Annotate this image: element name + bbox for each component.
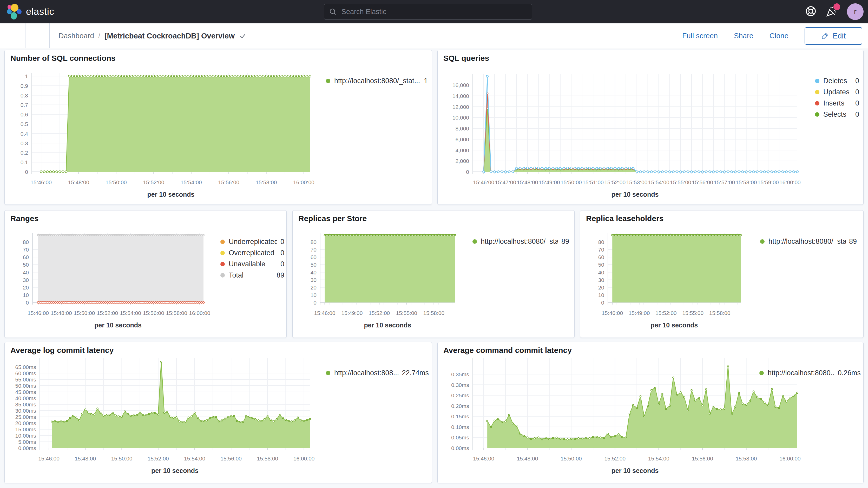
legend-item[interactable]: http://localhost:8080...0.26ms <box>760 367 861 378</box>
svg-text:16:00:00: 16:00:00 <box>293 179 314 185</box>
title-menu-icon[interactable] <box>239 32 247 40</box>
svg-text:per 10 seconds: per 10 seconds <box>364 322 411 329</box>
svg-text:15:58:00: 15:58:00 <box>166 310 187 316</box>
svg-text:15:46:00: 15:46:00 <box>473 456 494 461</box>
svg-text:14,000: 14,000 <box>453 93 469 99</box>
svg-text:15:46:00: 15:46:00 <box>314 310 336 316</box>
legend-dot <box>815 90 819 94</box>
legend-value: 22.74ms <box>402 369 429 377</box>
panel-replicas-per-store: Replicas per Store 0102030405060708015:4… <box>292 210 575 338</box>
legend: Underreplicated0Overreplicated0Unavailab… <box>220 236 284 281</box>
svg-text:15:50:00: 15:50:00 <box>561 179 582 185</box>
svg-text:40: 40 <box>23 270 29 275</box>
legend-item[interactable]: Updates0 <box>815 87 859 98</box>
legend-item[interactable]: Unavailable0 <box>220 258 284 270</box>
replicas-per-store-chart[interactable]: 0102030405060708015:46:0015:49:0015:52:0… <box>292 211 575 338</box>
legend-label: Underreplicated <box>229 238 277 246</box>
svg-text:10: 10 <box>598 292 604 298</box>
avg-command-commit-latency-chart[interactable]: 0.00ms0.05ms0.10ms0.15ms0.20ms0.25ms0.30… <box>438 342 864 484</box>
legend-value: 89 <box>277 271 284 279</box>
pencil-icon <box>821 32 829 40</box>
svg-text:0: 0 <box>26 300 29 306</box>
svg-text:0.7: 0.7 <box>21 102 28 108</box>
legend-item[interactable]: Deletes0 <box>815 75 859 87</box>
svg-text:15:56:00: 15:56:00 <box>218 179 239 185</box>
svg-text:15:49:00: 15:49:00 <box>539 179 560 185</box>
svg-text:per 10 seconds: per 10 seconds <box>151 467 198 474</box>
legend-label: Overreplicated <box>229 249 277 257</box>
legend-value: 0 <box>855 88 859 96</box>
legend-item[interactable]: http://localhost:8080/_sta...89 <box>760 236 857 247</box>
svg-text:0.35ms: 0.35ms <box>451 371 469 377</box>
edit-button[interactable]: Edit <box>805 27 862 45</box>
page-title: [Metricbeat CockroachDB] Overview <box>104 32 235 40</box>
avg-log-commit-latency-chart[interactable]: 0.00ms5.00ms10.00ms15.00ms20.00ms25.00ms… <box>5 342 432 484</box>
svg-text:0: 0 <box>25 169 28 175</box>
avatar[interactable]: r <box>847 3 864 20</box>
panel-sql-queries: SQL queries 02,0004,0006,0008,00010,0001… <box>437 50 864 205</box>
legend: http://localhost:8080/_stat...1 <box>326 75 428 87</box>
legend-dot <box>326 371 330 375</box>
help-icon[interactable] <box>805 5 817 18</box>
global-search[interactable] <box>324 4 532 20</box>
legend-value: 0 <box>855 77 859 85</box>
elastic-logo[interactable]: elastic <box>7 3 54 20</box>
svg-text:10: 10 <box>311 292 316 298</box>
legend-label: Selects <box>823 111 852 119</box>
legend-dot <box>326 79 330 83</box>
svg-text:per 10 seconds: per 10 seconds <box>650 322 698 329</box>
svg-text:0.30ms: 0.30ms <box>451 382 469 388</box>
legend-item[interactable]: Inserts0 <box>815 98 859 109</box>
svg-text:0.1: 0.1 <box>21 159 28 165</box>
legend-value: 0 <box>280 249 284 257</box>
svg-text:5.00ms: 5.00ms <box>18 439 36 445</box>
legend-item[interactable]: http://localhost:8080/_stat...1 <box>326 75 428 87</box>
legend-item[interactable]: Overreplicated0 <box>220 247 284 258</box>
edit-button-label: Edit <box>833 32 846 40</box>
svg-text:0.4: 0.4 <box>21 131 28 137</box>
svg-text:40.00ms: 40.00ms <box>15 395 36 401</box>
legend-item[interactable]: http://localhost:808...22.74ms <box>326 367 429 378</box>
svg-text:15:59:00: 15:59:00 <box>757 179 779 185</box>
svg-text:15:48:00: 15:48:00 <box>74 456 96 461</box>
svg-text:6,000: 6,000 <box>455 136 469 143</box>
svg-text:15:58:00: 15:58:00 <box>709 310 731 316</box>
panel-number-of-sql-connections: Number of SQL connections 00.10.20.30.40… <box>4 50 432 205</box>
svg-text:20: 20 <box>598 284 604 291</box>
legend-item[interactable]: Underreplicated0 <box>220 236 284 247</box>
panel-ranges: Ranges 0102030405060708015:46:0015:48:00… <box>4 210 287 338</box>
svg-text:0: 0 <box>313 300 316 306</box>
legend: http://localhost:8080/_sta...89 <box>760 236 857 247</box>
legend-label: http://localhost:8080/_sta... <box>769 238 846 246</box>
svg-text:50: 50 <box>598 262 604 268</box>
legend-item[interactable]: Total89 <box>220 270 284 281</box>
legend-label: Updates <box>823 88 852 96</box>
svg-text:16:00:00: 16:00:00 <box>293 456 315 461</box>
svg-text:15:53:00: 15:53:00 <box>626 179 648 185</box>
search-input[interactable] <box>341 7 524 16</box>
sql-connections-chart[interactable]: 00.10.20.30.40.50.60.70.80.9115:46:0015:… <box>5 50 432 205</box>
svg-text:15:58:00: 15:58:00 <box>736 456 757 461</box>
clone-button[interactable]: Clone <box>770 32 788 40</box>
legend-dot <box>815 101 819 105</box>
legend-dot <box>760 239 765 244</box>
svg-text:15:54:00: 15:54:00 <box>181 179 202 185</box>
legend-label: http://localhost:8080/_sta... <box>481 238 558 246</box>
svg-text:12,000: 12,000 <box>453 104 469 110</box>
svg-text:20: 20 <box>23 284 29 291</box>
svg-text:60: 60 <box>311 254 316 260</box>
svg-text:0.20ms: 0.20ms <box>451 403 469 409</box>
svg-text:55.00ms: 55.00ms <box>15 376 36 383</box>
svg-text:15:48:00: 15:48:00 <box>517 456 538 461</box>
sql-queries-chart[interactable]: 02,0004,0006,0008,00010,00012,00014,0001… <box>438 50 864 205</box>
news-icon[interactable] <box>826 5 838 19</box>
legend-item[interactable]: http://localhost:8080/_sta...89 <box>472 236 569 247</box>
panel-average-command-commit-latency: Average command commit latency 0.00ms0.0… <box>437 342 864 483</box>
svg-text:0.00ms: 0.00ms <box>18 445 36 451</box>
full-screen-button[interactable]: Full screen <box>682 32 718 40</box>
legend-item[interactable]: Selects0 <box>815 109 859 120</box>
replica-leaseholders-chart[interactable]: 0102030405060708015:46:0015:49:0015:52:0… <box>580 211 864 338</box>
breadcrumb-dashboard[interactable]: Dashboard <box>59 32 94 40</box>
svg-text:40: 40 <box>598 270 604 275</box>
share-button[interactable]: Share <box>734 32 753 40</box>
